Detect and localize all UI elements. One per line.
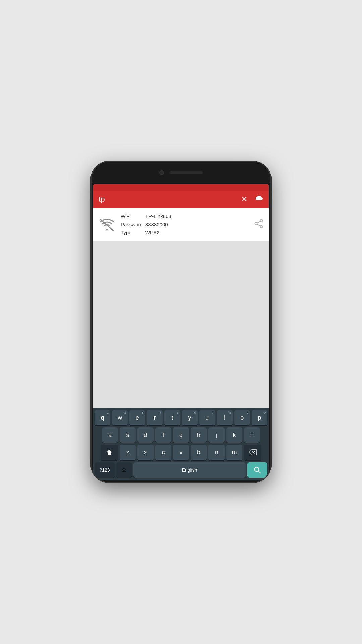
shift-key[interactable] <box>101 445 118 460</box>
key-p[interactable]: 0 p <box>252 410 267 425</box>
svg-line-5 <box>257 224 260 226</box>
search-query-text[interactable]: tp <box>99 195 239 204</box>
keyboard-bottom-row: ?123 ☺ English <box>95 462 267 478</box>
key-r[interactable]: 4 r <box>147 410 163 425</box>
password-value: 88880000 <box>145 221 171 229</box>
result-labels: WiFi Password Type <box>121 213 143 237</box>
key-x[interactable]: x <box>137 445 154 460</box>
search-bar: tp ✕ <box>93 184 269 208</box>
key-a[interactable]: a <box>102 427 118 443</box>
password-label: Password <box>121 221 143 229</box>
key-y[interactable]: 6 y <box>182 410 198 425</box>
sym-label: ?123 <box>99 467 110 473</box>
result-values: TP-Link868 88880000 WPA2 <box>145 213 171 237</box>
key-i[interactable]: 8 i <box>217 410 233 425</box>
share-icon[interactable] <box>254 219 263 230</box>
search-bar-status <box>93 184 269 191</box>
key-w[interactable]: 2 w <box>112 410 128 425</box>
key-k[interactable]: k <box>226 427 242 443</box>
key-j[interactable]: j <box>208 427 225 443</box>
key-q[interactable]: 1 q <box>95 410 110 425</box>
wifi-name-value: TP-Link868 <box>145 213 171 220</box>
keyboard-row-3: z x c v b n m <box>95 445 267 460</box>
camera <box>159 170 164 175</box>
cloud-icon[interactable] <box>254 195 263 204</box>
emoji-key[interactable]: ☺ <box>116 462 132 478</box>
search-input-row: tp ✕ <box>93 191 269 208</box>
wifi-icon-container <box>99 216 115 233</box>
search-actions: ✕ <box>241 195 263 204</box>
backspace-key[interactable] <box>244 445 261 460</box>
svg-line-4 <box>257 221 260 223</box>
svg-line-9 <box>258 471 260 473</box>
key-l[interactable]: l <box>244 427 260 443</box>
key-m[interactable]: m <box>226 445 242 460</box>
screen: tp ✕ <box>93 184 269 480</box>
phone-frame: tp ✕ <box>90 161 272 483</box>
key-s[interactable]: s <box>120 427 136 443</box>
space-label: English <box>182 467 197 473</box>
type-label: Type <box>121 229 143 237</box>
volume-down-button[interactable] <box>271 250 272 267</box>
wifi-label: WiFi <box>121 213 143 220</box>
keyboard: 1 q 2 w 3 e 4 r 5 t <box>93 408 269 480</box>
wifi-result-item[interactable]: WiFi Password Type TP-Link868 88880000 W… <box>93 208 269 242</box>
key-g[interactable]: g <box>173 427 189 443</box>
result-content: WiFi Password Type TP-Link868 88880000 W… <box>121 213 249 237</box>
key-c[interactable]: c <box>155 445 171 460</box>
key-v[interactable]: v <box>173 445 189 460</box>
key-f[interactable]: f <box>155 427 171 443</box>
type-value: WPA2 <box>145 229 171 237</box>
key-u[interactable]: 7 u <box>199 410 215 425</box>
sym-key[interactable]: ?123 <box>95 462 115 478</box>
key-h[interactable]: h <box>191 427 207 443</box>
keyboard-row-1: 1 q 2 w 3 e 4 r 5 t <box>95 410 267 425</box>
key-b[interactable]: b <box>191 445 207 460</box>
space-key[interactable]: English <box>133 462 246 478</box>
key-o[interactable]: 9 o <box>234 410 250 425</box>
phone-top <box>90 161 272 184</box>
speaker <box>169 171 203 174</box>
key-n[interactable]: n <box>208 445 225 460</box>
search-key[interactable] <box>247 462 267 478</box>
volume-up-button[interactable] <box>271 228 272 245</box>
content-area <box>93 242 269 408</box>
key-t[interactable]: 5 t <box>164 410 180 425</box>
close-icon[interactable]: ✕ <box>241 195 247 204</box>
key-d[interactable]: d <box>137 427 154 443</box>
key-z[interactable]: z <box>120 445 136 460</box>
keyboard-row-2: a s d f g h j k l <box>95 427 267 443</box>
key-e[interactable]: 3 e <box>129 410 145 425</box>
